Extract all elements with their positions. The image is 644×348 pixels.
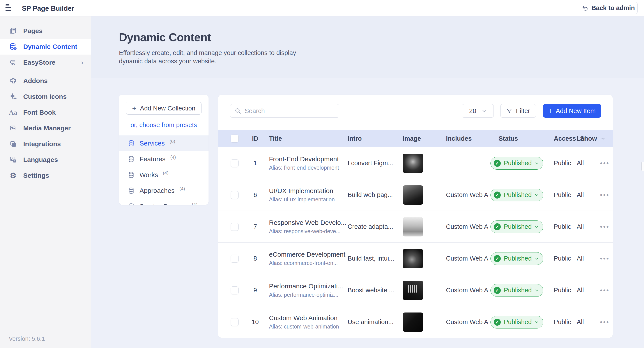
status-badge[interactable]: ✓ Published: [490, 157, 543, 170]
row-access: Public: [554, 243, 571, 274]
sidebar-item-label: Dynamic Content: [23, 43, 77, 50]
column-header-access[interactable]: Access: [554, 130, 576, 147]
row-checkbox[interactable]: [231, 318, 238, 326]
row-language: All: [577, 147, 586, 179]
database-icon: [128, 171, 135, 178]
sidebar-item-font-book[interactable]: Aa Font Book: [0, 105, 91, 120]
status-badge[interactable]: ✓ Published: [490, 284, 543, 297]
column-header-image[interactable]: Image: [402, 130, 421, 147]
row-checkbox[interactable]: [231, 223, 238, 231]
item-thumbnail: [402, 185, 423, 205]
table-row: 10 Custom Web Animation Alias: custom-we…: [218, 306, 613, 338]
row-title[interactable]: UI/UX Implementation: [269, 187, 335, 195]
sparkle-icon: [9, 93, 18, 100]
choose-from-presets-link[interactable]: or, choose from presets: [119, 121, 208, 129]
row-checkbox[interactable]: [231, 286, 238, 294]
database-icon: [128, 156, 135, 163]
add-new-collection-label: Add New Collection: [140, 105, 196, 112]
sidebar-item-label: Pages: [23, 27, 42, 35]
sidebar-item-label: Addons: [23, 77, 48, 85]
status-badge[interactable]: ✓ Published: [490, 189, 543, 201]
check-circle-icon: ✓: [494, 255, 501, 262]
row-alias: Alias: ui-ux-implementation: [269, 196, 335, 203]
column-header-includes[interactable]: Includes: [446, 130, 489, 147]
row-checkbox[interactable]: [231, 191, 238, 199]
sidebar-item-addons[interactable]: Addons: [0, 73, 91, 89]
sidebar-item-pages[interactable]: Pages: [0, 23, 91, 39]
page-size-select[interactable]: 20: [462, 104, 494, 118]
row-id: 6: [249, 179, 262, 211]
back-to-admin-button[interactable]: Back to admin: [579, 2, 638, 14]
sidebar-item-dynamic-content[interactable]: Dynamic Content: [0, 39, 91, 55]
row-title[interactable]: Custom Web Animation: [269, 314, 339, 322]
sidebar-item-media-manager[interactable]: Media Manager: [0, 120, 91, 136]
collection-name: Services: [140, 140, 165, 147]
database-icon: [128, 140, 135, 147]
row-actions-button[interactable]: •••: [597, 274, 612, 306]
row-checkbox[interactable]: [231, 255, 238, 262]
show-columns-button[interactable]: Show: [580, 130, 605, 147]
collection-item-approaches[interactable]: Approaches (4): [119, 183, 208, 199]
status-label: Published: [504, 255, 532, 262]
back-arrow-icon: [582, 5, 588, 12]
row-title[interactable]: Performance Optimizati...: [269, 282, 343, 290]
chevron-down-icon: [601, 137, 605, 141]
table-body: 1 Front-End Development Alias: front-end…: [218, 147, 613, 338]
row-alias: Alias: performance-optimiz...: [269, 292, 343, 298]
column-header-title[interactable]: Title: [269, 130, 282, 147]
row-title[interactable]: Front-End Development: [269, 155, 339, 163]
row-actions-button[interactable]: •••: [597, 211, 612, 243]
check-circle-icon: ✓: [494, 160, 501, 167]
sidebar-item-easystore[interactable]: EasyStore ›: [0, 55, 91, 70]
row-title[interactable]: eCommerce Development: [269, 251, 345, 258]
column-header-id[interactable]: ID: [249, 130, 262, 147]
sidebar-item-label: Integrations: [23, 140, 61, 148]
filter-button[interactable]: Filter: [500, 104, 536, 118]
sidebar-item-integrations[interactable]: Integrations: [0, 136, 91, 152]
collection-item-features[interactable]: Features (4): [119, 151, 208, 167]
sidebar-item-label: Languages: [23, 156, 58, 163]
sidebar-item-custom-icons[interactable]: Custom Icons: [0, 89, 91, 105]
column-header-status[interactable]: Status: [498, 130, 518, 147]
collections-panel: + Add New Collection or, choose from pre…: [119, 95, 208, 205]
page-size-value: 20: [469, 107, 476, 115]
row-checkbox[interactable]: [231, 159, 238, 167]
page-header-band: [91, 17, 644, 78]
row-actions-button[interactable]: •••: [597, 306, 612, 338]
collection-count: (4): [192, 202, 198, 205]
status-label: Published: [504, 160, 532, 167]
collection-item-works[interactable]: Works (4): [119, 167, 208, 183]
row-actions-button[interactable]: •••: [597, 147, 612, 179]
vertical-scrollbar-thumb[interactable]: [641, 162, 644, 171]
column-header-intro[interactable]: Intro: [348, 130, 399, 147]
puzzle-icon: [9, 77, 18, 85]
row-title[interactable]: Responsive Web Develo...: [269, 219, 346, 226]
collection-item-service-process[interactable]: Service Process (4): [119, 199, 208, 205]
sidebar: Pages Dynamic Content EasyStore › Addons…: [0, 17, 91, 348]
select-all-checkbox[interactable]: [231, 135, 238, 142]
add-new-collection-button[interactable]: + Add New Collection: [126, 102, 202, 115]
topbar: SP Page Builder Back to admin: [0, 0, 644, 17]
plus-icon: +: [132, 105, 136, 112]
row-actions-button[interactable]: •••: [597, 243, 612, 274]
translate-icon: A: [9, 156, 18, 163]
sidebar-item-settings[interactable]: ⚙ Settings: [0, 168, 91, 183]
search-input[interactable]: [245, 107, 332, 115]
collection-item-services[interactable]: Services (6): [119, 135, 208, 151]
row-id: 1: [249, 147, 262, 179]
status-badge[interactable]: ✓ Published: [490, 316, 543, 328]
row-access: Public: [554, 147, 571, 179]
status-badge[interactable]: ✓ Published: [490, 252, 543, 265]
status-badge[interactable]: ✓ Published: [490, 220, 543, 233]
check-circle-icon: ✓: [494, 223, 501, 230]
row-actions-button[interactable]: •••: [597, 179, 612, 211]
row-language: All: [577, 243, 586, 274]
row-includes: Custom Web A...: [446, 306, 489, 338]
row-alias: Alias: front-end-development: [269, 165, 339, 171]
add-new-item-button[interactable]: + Add New Item: [543, 104, 601, 118]
sidebar-item-languages[interactable]: A Languages: [0, 152, 91, 168]
row-access: Public: [554, 211, 571, 243]
media-icon: [9, 125, 18, 132]
hamburger-icon[interactable]: [6, 5, 11, 12]
chevron-down-icon: [535, 257, 539, 260]
